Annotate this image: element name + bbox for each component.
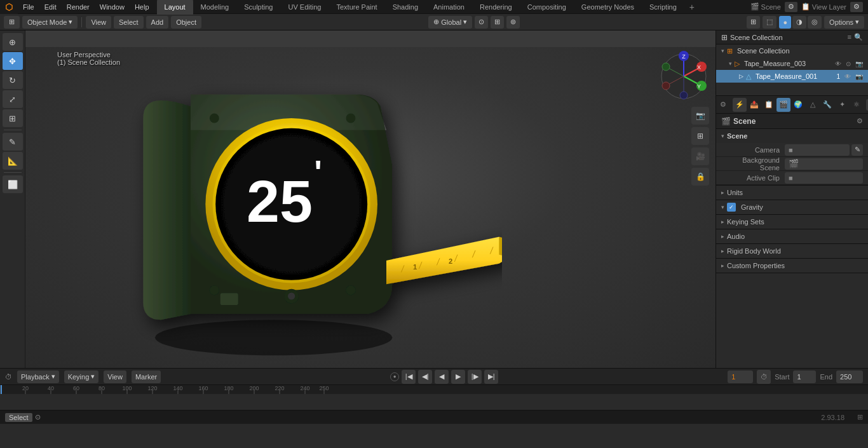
playback-button[interactable]: Playback ▾ [17, 370, 59, 383]
scene-options-icon[interactable]: ⚙ [785, 2, 797, 12]
cursor-tool[interactable]: ⊕ [3, 33, 23, 51]
outliner-row-tape-001[interactable]: ▷ △ Tape_Measure_001 1 👁 📷 [716, 70, 868, 83]
units-collapse-row[interactable]: ▸ Units [716, 186, 868, 200]
tape-003-hide[interactable]: 👁 [835, 60, 841, 67]
outliner-search-icon[interactable]: 🔍 [854, 33, 863, 41]
measure-tool[interactable]: 📐 [3, 152, 23, 170]
object-mode-button[interactable]: Object Mode ▾ [22, 16, 78, 29]
props-tab-render[interactable]: ⚡ [733, 98, 747, 112]
tab-sculpting[interactable]: Sculpting [236, 0, 280, 15]
add-workspace-button[interactable]: + [684, 0, 700, 14]
timeline-ruler[interactable]: 20 40 60 80 100 120 140 160 180 200 220 … [0, 385, 868, 394]
navigation-gizmo[interactable]: X Y Z [658, 51, 709, 102]
camera-view-button[interactable]: 📷 [691, 107, 709, 125]
camera-field[interactable]: ■ [785, 144, 850, 156]
viewport-camera-button[interactable]: 🎥 [691, 147, 709, 165]
tab-rendering[interactable]: Rendering [472, 0, 520, 15]
view-layer-options-icon[interactable]: ⚙ [850, 2, 863, 12]
annotate-tool[interactable]: ✎ [3, 133, 23, 151]
view-layer-name[interactable]: View Layer [812, 3, 846, 11]
gravity-checkbox[interactable]: ✓ [727, 203, 736, 212]
props-tab-physics[interactable]: ⚛ [850, 98, 864, 112]
outliner-row-scene-collection[interactable]: ▾ ⊞ Scene Collection [716, 44, 868, 57]
end-frame-input[interactable]: 250 [836, 370, 863, 383]
transform-global-button[interactable]: ⊕ Global ▾ [428, 16, 472, 29]
material-preview-button[interactable]: ◑ [792, 16, 806, 29]
tape-001-hide[interactable]: 👁 [844, 73, 851, 80]
current-frame-input[interactable]: 1 [728, 370, 753, 383]
menu-edit[interactable]: Edit [39, 0, 62, 14]
perspective-toggle-button[interactable]: ⊞ [691, 127, 709, 145]
active-clip-field[interactable]: ■ [785, 172, 863, 184]
play-button[interactable]: ▶ [451, 370, 465, 384]
keying-sets-collapse-row[interactable]: ▸ Keying Sets [716, 215, 868, 229]
rigid-body-collapse-row[interactable]: ▸ Rigid Body World [716, 244, 868, 258]
xray-button[interactable]: ⬚ [763, 16, 776, 29]
props-tab-world[interactable]: 🌍 [791, 98, 805, 112]
transform-tool[interactable]: ⊞ [3, 109, 23, 127]
next-keyframe-button[interactable]: |▶ [468, 370, 482, 384]
tab-layout[interactable]: Layout [157, 0, 193, 15]
jump-to-end-button[interactable]: ▶| [484, 370, 498, 384]
tab-shading[interactable]: Shading [385, 0, 426, 15]
scene-name[interactable]: Scene [761, 3, 781, 11]
props-tab-particles[interactable]: ✦ [835, 98, 849, 112]
props-tab-object[interactable]: △ [806, 98, 820, 112]
lock-camera-button[interactable]: 🔒 [691, 168, 709, 186]
record-button[interactable]: ● [390, 372, 399, 381]
scene-props-options[interactable]: ⚙ [857, 117, 863, 125]
tab-texture-paint[interactable]: Texture Paint [329, 0, 384, 15]
tab-uv-editing[interactable]: UV Editing [280, 0, 329, 15]
props-editor-icon[interactable]: ⚙ [716, 100, 730, 109]
outliner-row-tape-003[interactable]: ▾ ▷ Tape_Measure_003 👁 ⊙ 📷 [716, 57, 868, 70]
tl-view-button[interactable]: View [104, 370, 126, 383]
add-cube-tool[interactable]: ⬜ [3, 175, 23, 193]
rendered-button[interactable]: ◎ [808, 16, 822, 29]
snap-button[interactable]: ⊞ [491, 16, 504, 29]
fps-button[interactable]: ⏱ [757, 370, 771, 384]
editor-type-button[interactable]: ⊞ [4, 16, 20, 29]
menu-file[interactable]: File [18, 0, 39, 14]
jump-to-start-button[interactable]: |◀ [402, 370, 416, 384]
props-tab-scene[interactable]: 🎬 [776, 98, 790, 112]
pivot-button[interactable]: ⊙ [475, 16, 488, 29]
tab-scripting[interactable]: Scripting [642, 0, 684, 15]
props-tab-modifier[interactable]: 🔧 [820, 98, 834, 112]
scene-collapse-row[interactable]: ▾ Scene [716, 129, 868, 143]
add-menu-button[interactable]: Add [146, 16, 169, 29]
viewport-3d[interactable]: 25 ' 1 2 [25, 31, 715, 368]
gravity-collapse-row[interactable]: ▾ ✓ Gravity [716, 200, 868, 214]
blender-logo-icon[interactable]: ⬡ [0, 0, 18, 14]
object-menu-button[interactable]: Object [171, 16, 201, 29]
tape-003-lock[interactable]: ⊙ [846, 60, 851, 67]
menu-window[interactable]: Window [95, 0, 130, 14]
options-button[interactable]: Options ▾ [824, 16, 864, 29]
tab-animation[interactable]: Animation [426, 0, 472, 15]
menu-help[interactable]: Help [130, 0, 154, 14]
audio-collapse-row[interactable]: ▸ Audio [716, 229, 868, 243]
menu-render[interactable]: Render [62, 0, 95, 14]
outliner-filter-icon[interactable]: ≡ [848, 33, 851, 41]
props-tab-output[interactable]: 📤 [747, 98, 761, 112]
prev-keyframe-button[interactable]: ◀| [418, 370, 432, 384]
scale-tool[interactable]: ⤢ [3, 90, 23, 108]
tape-003-render[interactable]: 📷 [855, 60, 863, 67]
tab-geometry-nodes[interactable]: Geometry Nodes [574, 0, 642, 15]
tape-001-render[interactable]: 📷 [855, 73, 863, 80]
tl-marker-button[interactable]: Marker [132, 370, 161, 383]
rotate-tool[interactable]: ↻ [3, 71, 23, 89]
camera-edit-button[interactable]: ✎ [851, 144, 863, 156]
solid-shading-button[interactable]: ● [779, 16, 791, 29]
props-tab-view-layer[interactable]: 📋 [762, 98, 776, 112]
custom-props-collapse-row[interactable]: ▸ Custom Properties [716, 259, 868, 273]
play-reverse-button[interactable]: ◀ [435, 370, 449, 384]
tab-compositing[interactable]: Compositing [520, 0, 574, 15]
tab-modeling[interactable]: Modeling [193, 0, 237, 15]
select-menu-button[interactable]: Select [114, 16, 144, 29]
start-frame-input[interactable]: 1 [793, 370, 816, 383]
overlay-button[interactable]: ⊞ [747, 16, 760, 29]
proportional-button[interactable]: ⊚ [506, 16, 520, 29]
move-tool[interactable]: ✥ [3, 52, 23, 70]
bg-scene-field[interactable]: 🎬 [785, 158, 863, 170]
view-menu-button[interactable]: View [86, 16, 111, 29]
